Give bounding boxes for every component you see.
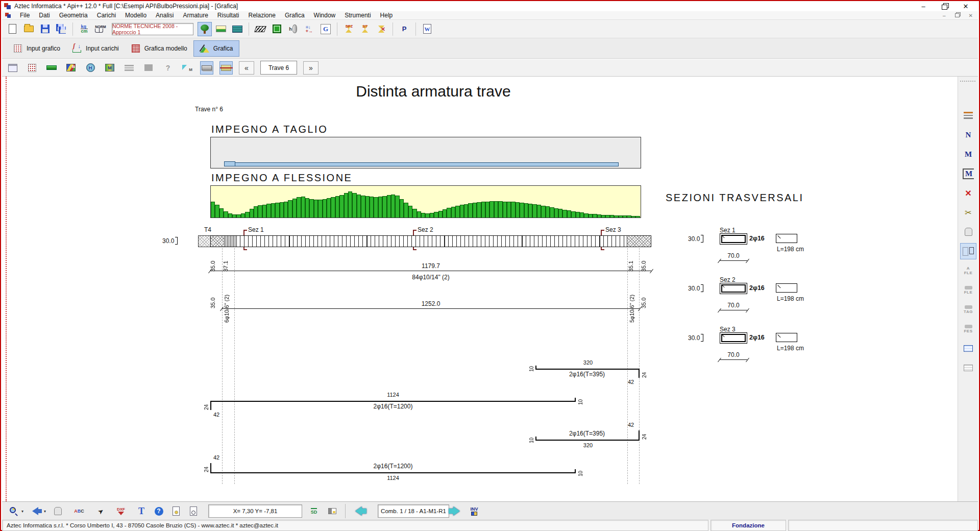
panes-view-button[interactable]	[960, 243, 976, 259]
fle-button[interactable]: FLE	[960, 282, 976, 298]
report-word-button[interactable]: W	[420, 22, 434, 36]
list-button[interactable]: ≡↓+→	[302, 22, 316, 36]
mdi-close-button[interactable]: ✕	[969, 13, 973, 18]
new-file-button[interactable]	[5, 22, 19, 36]
next-comb-button[interactable]	[453, 506, 460, 516]
fill-button[interactable]	[142, 61, 155, 75]
menu-item-analisi[interactable]: Analisi	[151, 11, 178, 19]
stop-calc-button[interactable]: ✕	[374, 22, 388, 36]
menu-item-strumenti[interactable]: Strumenti	[340, 11, 375, 19]
landscape-button[interactable]	[214, 22, 228, 36]
road-button[interactable]	[253, 22, 267, 36]
mdi-restore-button[interactable]	[955, 13, 960, 17]
menu-item-help[interactable]: Help	[376, 11, 398, 19]
page-options-button[interactable]	[169, 504, 183, 518]
dxf-export-button[interactable]: DXF	[114, 504, 128, 518]
drawing-canvas[interactable]: Distinta armatura trave Trave n° 6 IMPEG…	[2, 77, 960, 501]
help-button[interactable]: ?	[152, 504, 165, 518]
stirrup-length: L=198 cm	[777, 295, 804, 302]
table-gray-button[interactable]	[960, 359, 976, 376]
pointer-button[interactable]: ➤	[94, 504, 107, 518]
flex-bar	[494, 201, 498, 218]
axial-n-button[interactable]: N	[960, 127, 976, 143]
norm-button[interactable]: NORM	[93, 22, 108, 36]
dpz-calc-button[interactable]: DPZ	[341, 22, 356, 36]
text-insert-button[interactable]: T	[135, 504, 148, 518]
menu-item-armature[interactable]: Armature	[178, 11, 212, 19]
beam-detail-button[interactable]	[219, 61, 233, 75]
terrain-button[interactable]	[198, 22, 212, 36]
menu-item-window[interactable]: Window	[309, 11, 340, 19]
toolbar-grip[interactable]	[960, 81, 975, 82]
tab-input-carichi[interactable]: ʃ↓ Input carichi	[66, 41, 125, 56]
next-beam-button[interactable]: »	[303, 61, 318, 75]
text-style-button[interactable]: ABC	[72, 504, 86, 518]
back-view-button[interactable]	[29, 504, 42, 518]
frame-view-button[interactable]	[6, 61, 19, 75]
table-button[interactable]	[960, 340, 976, 356]
partial-calc-button[interactable]: 2/7	[358, 22, 372, 36]
menu-item-relazione[interactable]: Relazione	[244, 11, 280, 19]
pali-button[interactable]: P	[397, 22, 411, 36]
materials-button[interactable]	[230, 22, 244, 36]
pan-hand-button[interactable]	[960, 224, 976, 240]
layout-button[interactable]	[326, 504, 339, 518]
menu-item-modello[interactable]: Modello	[120, 11, 151, 19]
rebar-hook-len: 42	[213, 412, 219, 418]
menu-item-file[interactable]: File	[15, 11, 34, 19]
prev-beam-button[interactable]: «	[239, 61, 254, 75]
delete-cut-button[interactable]: ✕	[960, 185, 976, 201]
sections-view-button[interactable]	[200, 61, 213, 75]
moment-m-button[interactable]: M	[960, 146, 976, 162]
units-button[interactable]: kgcm	[77, 22, 91, 36]
scissors-button[interactable]: ✂	[960, 204, 976, 221]
pile-button[interactable]: h	[286, 22, 300, 36]
layers-button[interactable]	[122, 61, 136, 75]
beam-selector-tab[interactable]: Trave 6	[260, 61, 297, 75]
hourglass-icon: DPZ	[346, 26, 352, 33]
menu-item-geometria[interactable]: Geometria	[55, 11, 92, 19]
map-view-button[interactable]: B	[64, 61, 78, 75]
h-diagram-button[interactable]: H	[84, 61, 97, 75]
menu-item-dati[interactable]: Dati	[34, 11, 54, 19]
save-button[interactable]	[38, 22, 52, 36]
pan-button[interactable]	[51, 504, 64, 518]
maximize-button[interactable]	[942, 5, 947, 10]
tab-grafica-modello[interactable]: Grafica modello	[125, 41, 193, 56]
group-button[interactable]: G	[318, 22, 333, 36]
back-dropdown-caret[interactable]: ▾	[44, 509, 46, 514]
support-label: T4	[204, 226, 211, 233]
menu-item-carichi[interactable]: Carichi	[92, 11, 120, 19]
inv-button[interactable]: INV	[468, 504, 481, 518]
menu-item-grafica[interactable]: Grafica	[280, 11, 309, 19]
measure-button[interactable]: M	[181, 61, 194, 75]
tab-grafica[interactable]: Grafica	[193, 40, 240, 57]
print-preview-button[interactable]	[187, 504, 200, 518]
norm-selector[interactable]: NORME TECNICHE 2008 - Approccio 1	[112, 23, 193, 35]
zoom-select-button[interactable]	[7, 504, 20, 518]
save-all-button[interactable]	[54, 22, 68, 36]
slab-view-button[interactable]	[45, 61, 58, 75]
report-button[interactable]	[960, 107, 976, 124]
menu-item-risultati[interactable]: Risultati	[213, 11, 244, 19]
nodes-view-button[interactable]	[26, 61, 39, 75]
query-button[interactable]: ?	[161, 61, 175, 75]
m-diagram-button[interactable]: M	[103, 61, 116, 75]
stirrup-line	[550, 236, 551, 247]
scale-button[interactable]: SD	[307, 504, 321, 518]
prev-comb-button[interactable]	[355, 506, 362, 516]
flex-bar	[275, 203, 279, 218]
moment-page-button[interactable]: M	[960, 165, 976, 182]
minimize-button[interactable]: –	[918, 3, 928, 10]
open-file-button[interactable]	[21, 22, 36, 36]
a-fle-button[interactable]: AFLE	[960, 262, 976, 279]
tag-button[interactable]: TAG	[960, 301, 976, 318]
tab-input-grafico[interactable]: Input grafico	[7, 41, 66, 56]
mdi-minimize-button[interactable]: –	[943, 13, 946, 18]
zoom-dropdown-caret[interactable]: ▾	[21, 509, 23, 514]
close-button[interactable]: ✕	[961, 3, 971, 10]
green-window-button[interactable]	[270, 22, 284, 36]
dim-label: 35.0	[641, 287, 647, 308]
stirrup-line	[607, 236, 608, 247]
fes-button[interactable]: FES	[960, 321, 976, 337]
